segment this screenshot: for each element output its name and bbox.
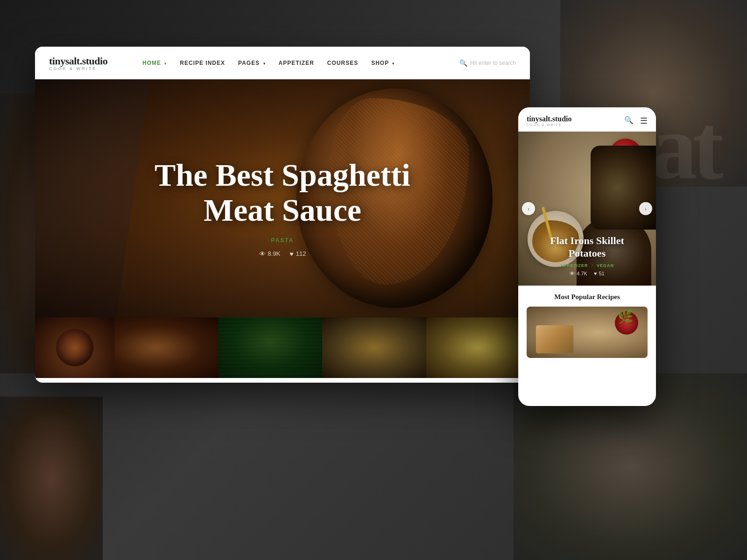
logo-text: tinysalt.studio <box>49 55 107 67</box>
popular-section-title: Most Popular Recipes <box>527 293 648 301</box>
chevron-down-icon: ▾ <box>263 62 266 66</box>
desktop-browser-mockup: tinysalt.studio COOK & WRITE HOME ▾ RECI… <box>35 47 530 383</box>
heart-icon: ♥ <box>594 271 597 276</box>
bg-bottom-left <box>0 397 103 560</box>
mobile-hero-slider: ‹ › Flat Irons Skillet Potatoes APPETIZE… <box>518 132 656 286</box>
logo-tagline: COOK & WRITE <box>49 66 97 71</box>
nav-link-appetizer[interactable]: APPETIZER <box>279 60 314 66</box>
hero-content: The Best Spaghetti Meat Sauce PASTA 👁 8.… <box>35 79 530 317</box>
mobile-recipe-tray <box>536 325 573 353</box>
mobile-hero-content: Flat Irons Skillet Potatoes APPETIZER / … <box>518 235 656 276</box>
hero-likes: ♥ 112 <box>289 250 306 258</box>
desktop-hero: The Best Spaghetti Meat Sauce PASTA 👁 8.… <box>35 79 530 317</box>
search-placeholder-text: Hit enter to search <box>470 60 516 66</box>
hero-stats: 👁 8.9K ♥ 112 <box>259 250 306 258</box>
search-icon: 🔍 <box>459 59 467 67</box>
desktop-navbar: tinysalt.studio COOK & WRITE HOME ▾ RECI… <box>35 47 530 79</box>
mobile-search-icon[interactable]: 🔍 <box>624 116 634 126</box>
hero-title[interactable]: The Best Spaghetti Meat Sauce <box>119 158 446 228</box>
mobile-next-button[interactable]: › <box>639 202 652 215</box>
nav-link-home[interactable]: HOME ▾ <box>142 60 167 66</box>
desktop-logo[interactable]: tinysalt.studio COOK & WRITE <box>49 55 124 71</box>
mobile-tag-2: VEGAN <box>597 263 614 268</box>
mobile-recipe-thumbnail[interactable]: 🌿 <box>527 307 648 358</box>
mobile-tag-separator: / <box>592 263 593 268</box>
thumbnail-2[interactable] <box>218 317 323 378</box>
mobile-popular-section: Most Popular Recipes 🌿 <box>518 286 656 365</box>
mobile-likes: ♥ 51 <box>594 271 605 276</box>
mobile-menu-icon[interactable]: ☰ <box>640 116 648 126</box>
nav-link-shop[interactable]: SHOP ▾ <box>371 60 395 66</box>
heart-icon: ♥ <box>289 250 293 258</box>
nav-link-recipe-index[interactable]: RECIPE INDEX <box>180 60 225 66</box>
thumbnail-1[interactable] <box>114 317 218 378</box>
nav-link-courses[interactable]: COURSES <box>327 60 358 66</box>
thumbnail-3[interactable] <box>322 317 426 378</box>
mobile-prev-button[interactable]: ‹ <box>522 202 535 215</box>
mobile-hero-stats: 👁 4.7K ♥ 51 <box>537 271 637 276</box>
chevron-down-icon: ▾ <box>392 62 395 66</box>
mobile-tag-1: APPETIZER <box>560 263 588 268</box>
mobile-hero-title[interactable]: Flat Irons Skillet Potatoes <box>537 235 637 259</box>
plant-decoration: 🌿 <box>617 309 634 324</box>
mobile-side-food <box>591 146 656 230</box>
nav-links: HOME ▾ RECIPE INDEX PAGES ▾ APPETIZER CO… <box>142 60 459 66</box>
thumbnail-0[interactable] <box>35 317 114 378</box>
mobile-logo-text: tinysalt.studio <box>527 115 624 123</box>
thumbnail-4[interactable] <box>426 317 530 378</box>
mobile-views: 👁 4.7K <box>570 271 587 276</box>
mobile-nav-icons: 🔍 ☰ <box>624 116 648 126</box>
nav-search[interactable]: 🔍 Hit enter to search <box>459 59 516 67</box>
thumbnail-strip <box>35 317 530 378</box>
mobile-logo-tagline: COOK & WRITE <box>527 123 624 126</box>
hero-views: 👁 8.9K <box>259 250 281 258</box>
eye-icon: 👁 <box>570 271 575 276</box>
chevron-down-icon: ▾ <box>164 62 167 66</box>
mobile-navbar: tinysalt.studio COOK & WRITE 🔍 ☰ <box>518 107 656 132</box>
eye-icon: 👁 <box>259 250 266 258</box>
nav-link-pages[interactable]: PAGES ▾ <box>238 60 265 66</box>
hero-category[interactable]: PASTA <box>271 237 294 244</box>
mobile-browser-mockup: tinysalt.studio COOK & WRITE 🔍 ☰ ‹ › Fla… <box>518 107 656 406</box>
mobile-hero-tags: APPETIZER / VEGAN <box>537 263 637 268</box>
mobile-logo[interactable]: tinysalt.studio COOK & WRITE <box>527 115 624 126</box>
